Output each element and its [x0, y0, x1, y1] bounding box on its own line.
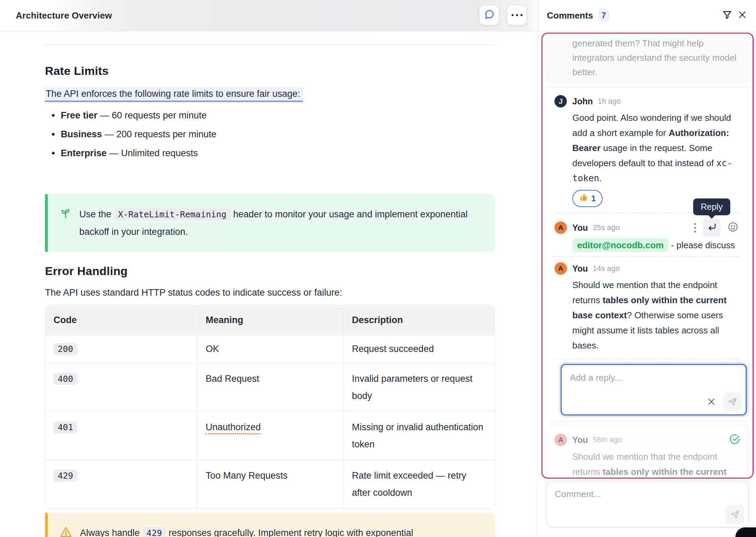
comments-panel-header: Comments 7: [538, 0, 756, 31]
user-mention[interactable]: editor@nocodb.com: [572, 238, 668, 252]
column-header: Description: [344, 305, 494, 335]
author-name: You: [572, 264, 588, 274]
thumbs-up-icon: [579, 193, 588, 204]
send-comment-button[interactable]: [725, 505, 744, 524]
error-handling-intro: The API uses standard HTTP status codes …: [45, 287, 495, 298]
avatar: A: [554, 221, 567, 234]
callout-accent-bar: [45, 194, 48, 252]
rate-limits-heading: Rate Limits: [45, 64, 495, 78]
timestamp: 1h ago: [598, 97, 621, 106]
column-header: Code: [45, 305, 197, 335]
comments-panel: generated them? That might help integrat…: [538, 32, 756, 537]
comment-text: Good point. Also wondering if we should …: [572, 110, 736, 186]
comment-text: Should we mention that the endpoint retu…: [572, 277, 736, 353]
emoji-reaction-button[interactable]: [725, 220, 741, 235]
reply-arrow-icon: [707, 222, 717, 233]
rate-limits-intro: The API enforces the following rate limi…: [45, 89, 495, 99]
reply-tooltip: Reply: [693, 198, 730, 215]
warning-text: Always handle 429 responses gracefully. …: [80, 524, 413, 537]
page-title: Architecture Overview: [16, 10, 112, 21]
reaction-count: 1: [591, 194, 596, 203]
comment-text: Should we mention that the endpoint retu…: [572, 449, 736, 479]
rate-limit-list: Free tier — 60 requests per minute Busin…: [45, 110, 495, 159]
comment-separator: [554, 358, 741, 359]
comment-header: A You 14s ago: [554, 262, 741, 275]
spellcheck-underlined-text: Unauthorized: [206, 422, 261, 434]
comment-menu-button[interactable]: [692, 221, 698, 235]
error-handling-heading: Error Handling: [45, 264, 495, 278]
table-row: 401 Unauthorized Missing or invalid auth…: [45, 411, 494, 460]
status-code-chip: 200: [54, 343, 77, 355]
table-row: 200 OK Request succeeded: [45, 335, 494, 363]
open-thread-card: J John 1h ago Good point. Also wondering…: [546, 87, 749, 421]
author-name: You: [572, 435, 588, 445]
comment-separator: [554, 256, 741, 257]
resolved-comment-card[interactable]: A You 58m ago Should we mention that the…: [546, 425, 749, 479]
list-item: Enterprise — Unlimited requests: [45, 147, 495, 159]
warning-callout: Always handle 429 responses gracefully. …: [45, 513, 495, 537]
active-comment-thread: generated them? That might help integrat…: [541, 33, 754, 479]
comments-count-badge: 7: [598, 9, 609, 22]
new-comment-input[interactable]: [547, 481, 748, 505]
timestamp: 25s ago: [593, 223, 619, 232]
filter-button[interactable]: [720, 8, 735, 23]
resolved-check-icon[interactable]: [729, 433, 741, 446]
comment-text: generated them? That might help integrat…: [572, 36, 740, 79]
status-code-chip: 429: [54, 470, 77, 482]
reply-input[interactable]: [562, 365, 746, 389]
comment-header: J John 1h ago: [554, 95, 741, 107]
status-code-chip: 400: [54, 373, 77, 385]
cancel-reply-button[interactable]: [705, 396, 718, 408]
tip-text: Use the X-RateLimit-Remaining header to …: [79, 206, 481, 240]
comments-toggle-button[interactable]: [479, 5, 499, 25]
close-panel-button[interactable]: [735, 8, 750, 23]
avatar: A: [554, 262, 567, 275]
clipped-comment-card[interactable]: generated them? That might help integrat…: [546, 34, 749, 83]
section-divider: [45, 44, 495, 45]
comments-title: Comments: [547, 10, 593, 21]
avatar: A: [554, 434, 567, 446]
close-icon: [737, 10, 747, 21]
thumbs-up-reaction[interactable]: 1: [572, 190, 603, 207]
list-item: Free tier — 60 requests per minute: [45, 110, 495, 121]
document-body: Rate Limits The API enforces the followi…: [0, 32, 538, 537]
code-chip: 429: [142, 527, 166, 537]
timestamp: 14s ago: [593, 264, 619, 273]
list-item: Business — 200 requests per minute: [45, 128, 495, 140]
comment-actions: Reply: [692, 219, 741, 237]
table-header-row: Code Meaning Description: [45, 305, 494, 335]
column-header: Meaning: [197, 305, 344, 335]
commented-text-highlight[interactable]: The API enforces the following rate limi…: [45, 87, 303, 102]
more-options-button[interactable]: [507, 5, 527, 25]
timestamp: 58m ago: [593, 435, 622, 444]
comment-text: editor@nocodb.com - please discuss: [572, 240, 741, 251]
author-name: You: [572, 223, 588, 233]
table-row: 429 Too Many Requests Rate limit exceede…: [45, 460, 494, 508]
warning-triangle-icon: [59, 526, 72, 537]
table-row: 400 Bad Request Invalid parameters or re…: [45, 363, 494, 411]
seedling-icon: [59, 207, 72, 221]
status-codes-table: Code Meaning Description 200 OK Request …: [45, 305, 495, 509]
smiley-icon: [728, 221, 738, 234]
reply-button[interactable]: Reply: [703, 219, 721, 237]
chat-bubble-icon: [484, 9, 494, 21]
document-header: Architecture Overview: [0, 0, 538, 31]
callout-accent-bar: [45, 513, 48, 537]
tip-callout: Use the X-RateLimit-Remaining header to …: [45, 194, 495, 252]
avatar: J: [554, 95, 567, 107]
new-comment-container: [546, 481, 749, 528]
reply-input-container: [561, 364, 747, 415]
author-name: John: [572, 96, 593, 106]
ellipsis-icon: [512, 14, 523, 16]
status-code-chip: 401: [54, 421, 77, 433]
comment-header: A You 58m ago: [554, 433, 741, 446]
filter-funnel-icon: [722, 9, 733, 22]
send-reply-button[interactable]: [723, 392, 742, 411]
code-chip: X-RateLimit-Remaining: [114, 208, 231, 220]
comment-header: A You 25s ago Reply: [554, 219, 741, 237]
